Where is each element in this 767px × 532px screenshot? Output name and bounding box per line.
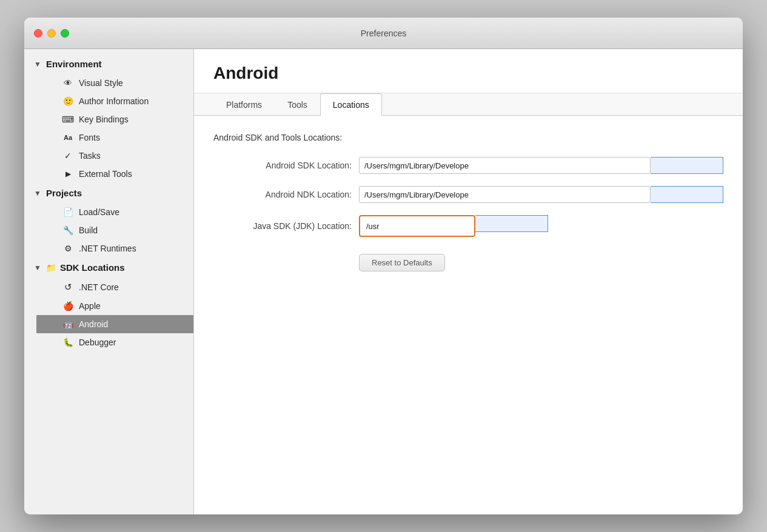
key-bindings-label: Key Bindings <box>79 115 129 124</box>
tab-tools[interactable]: Tools <box>275 93 320 116</box>
sdk-location-extension <box>651 157 723 174</box>
net-core-label: .NET Core <box>79 282 119 292</box>
sdk-location-label: Android SDK Location: <box>213 161 359 170</box>
sidebar-item-visual-style[interactable]: 👁 Visual Style <box>36 74 193 92</box>
sidebar-section-projects[interactable]: ▼ Projects <box>24 183 193 203</box>
jdk-location-extension <box>475 215 548 232</box>
projects-arrow-icon: ▼ <box>34 189 41 198</box>
section-description: Android SDK and Tools Locations: <box>213 133 723 142</box>
apple-label: Apple <box>79 301 101 311</box>
ndk-location-input-wrapper <box>359 186 723 203</box>
sdk-location-row: Android SDK Location: <box>213 157 723 174</box>
net-core-icon: ↺ <box>62 282 74 293</box>
environment-arrow-icon: ▼ <box>34 60 41 68</box>
reset-button-row: Reset to Defaults <box>213 249 723 271</box>
jdk-location-input[interactable] <box>361 218 473 234</box>
sidebar-item-load-save[interactable]: 📄 Load/Save <box>36 203 193 221</box>
sdk-locations-label: SDK Locations <box>60 262 125 273</box>
sidebar-item-author-info[interactable]: 🙂 Author Information <box>36 92 193 110</box>
net-runtimes-label: .NET Runtimes <box>79 244 136 253</box>
net-runtimes-icon: ⚙ <box>62 244 74 253</box>
sdk-arrow-icon: ▼ <box>34 264 41 272</box>
sidebar-item-external-tools[interactable]: ▶ External Tools <box>36 165 193 183</box>
debugger-icon: 🐛 <box>62 337 74 347</box>
author-info-icon: 🙂 <box>62 96 74 106</box>
load-save-label: Load/Save <box>79 207 119 217</box>
window-title: Preferences <box>361 28 406 38</box>
page-title: Android <box>213 64 723 83</box>
projects-items: 📄 Load/Save 🔧 Build ⚙ .NET Runtimes <box>24 203 193 258</box>
close-button[interactable] <box>34 29 42 38</box>
jdk-location-row: Java SDK (JDK) Location: <box>213 215 723 237</box>
tab-platforms[interactable]: Platforms <box>213 93 275 116</box>
visual-style-icon: 👁 <box>62 78 74 88</box>
minimize-button[interactable] <box>47 29 56 38</box>
sidebar-item-net-core[interactable]: ↺ .NET Core <box>36 278 193 297</box>
author-info-label: Author Information <box>79 96 149 106</box>
jdk-location-input-wrapper <box>359 215 723 237</box>
sdk-location-input[interactable] <box>359 157 651 174</box>
main-panel: Android Platforms Tools Locations Androi… <box>194 49 743 514</box>
preferences-window: Preferences ▼ Environment 👁 Visual Style… <box>24 18 743 514</box>
ndk-location-input[interactable] <box>359 186 651 203</box>
android-label: Android <box>79 319 108 329</box>
titlebar: Preferences <box>24 18 743 49</box>
sidebar-item-build[interactable]: 🔧 Build <box>36 221 193 239</box>
environment-items: 👁 Visual Style 🙂 Author Information ⌨ Ke… <box>24 74 193 183</box>
visual-style-label: Visual Style <box>79 78 123 88</box>
apple-icon: 🍎 <box>62 301 74 311</box>
sidebar-item-net-runtimes[interactable]: ⚙ .NET Runtimes <box>36 239 193 258</box>
tasks-icon: ✓ <box>62 151 74 161</box>
main-header: Android <box>194 49 743 93</box>
sdk-folder-icon: 📁 <box>46 263 56 273</box>
environment-label: Environment <box>46 59 102 69</box>
sidebar-section-sdk-locations[interactable]: ▼ 📁 SDK Locations <box>24 258 193 278</box>
ndk-location-label: Android NDK Location: <box>213 190 359 199</box>
tab-locations[interactable]: Locations <box>320 93 382 116</box>
sidebar-section-environment[interactable]: ▼ Environment <box>24 54 193 74</box>
sidebar-item-fonts[interactable]: Aa Fonts <box>36 128 193 147</box>
build-icon: 🔧 <box>62 225 74 235</box>
android-icon: 🤖 <box>62 319 74 329</box>
sidebar-item-apple[interactable]: 🍎 Apple <box>36 297 193 315</box>
load-save-icon: 📄 <box>62 207 74 217</box>
tabs-bar: Platforms Tools Locations <box>194 93 743 116</box>
ndk-location-row: Android NDK Location: <box>213 186 723 203</box>
sidebar-item-android[interactable]: 🤖 Android <box>36 315 193 333</box>
sdk-location-input-wrapper <box>359 157 723 174</box>
tasks-label: Tasks <box>79 151 101 161</box>
jdk-location-label: Java SDK (JDK) Location: <box>213 221 359 231</box>
sidebar-item-key-bindings[interactable]: ⌨ Key Bindings <box>36 110 193 128</box>
build-label: Build <box>79 225 98 235</box>
sdk-items: ↺ .NET Core 🍎 Apple 🤖 Android 🐛 Debugger <box>24 278 193 351</box>
debugger-label: Debugger <box>79 337 116 347</box>
main-content-area: ▼ Environment 👁 Visual Style 🙂 Author In… <box>24 49 743 514</box>
reset-defaults-button[interactable]: Reset to Defaults <box>359 254 445 271</box>
fonts-icon: Aa <box>62 134 74 141</box>
maximize-button[interactable] <box>61 29 69 38</box>
jdk-highlighted-wrapper <box>359 215 475 237</box>
sidebar-item-tasks[interactable]: ✓ Tasks <box>36 147 193 165</box>
main-body: Android SDK and Tools Locations: Android… <box>194 116 743 514</box>
sidebar: ▼ Environment 👁 Visual Style 🙂 Author In… <box>24 49 194 514</box>
external-tools-icon: ▶ <box>62 170 74 178</box>
external-tools-label: External Tools <box>79 169 132 179</box>
window-controls <box>34 29 69 38</box>
key-bindings-icon: ⌨ <box>62 115 74 124</box>
ndk-location-extension <box>651 186 723 203</box>
fonts-label: Fonts <box>79 133 100 142</box>
sidebar-item-debugger[interactable]: 🐛 Debugger <box>36 333 193 351</box>
projects-label: Projects <box>46 188 82 198</box>
